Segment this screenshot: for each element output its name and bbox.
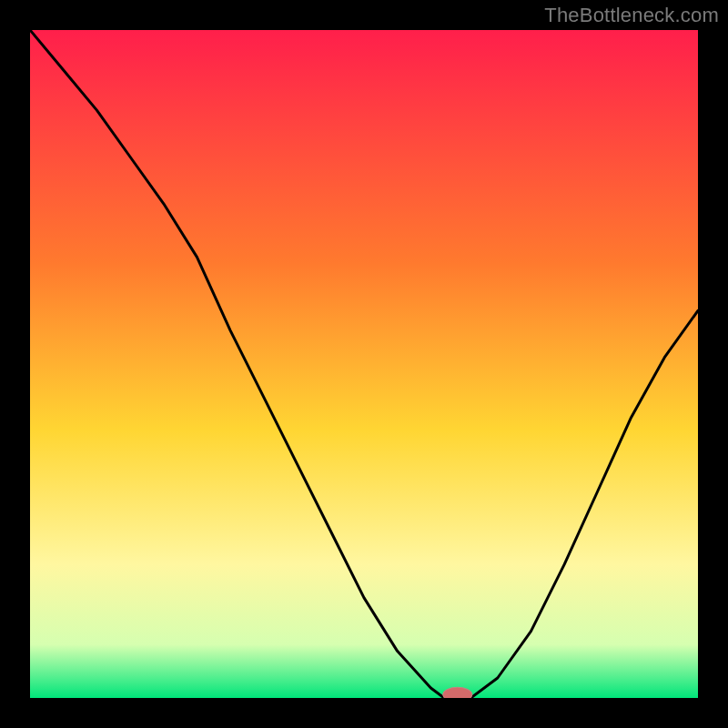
chart-svg [30, 30, 698, 698]
chart-container: TheBottleneck.com [0, 0, 728, 728]
watermark-text: TheBottleneck.com [544, 4, 719, 26]
watermark: TheBottleneck.com [544, 4, 719, 27]
plot-area [30, 30, 698, 698]
svg-point-1 [443, 687, 472, 698]
